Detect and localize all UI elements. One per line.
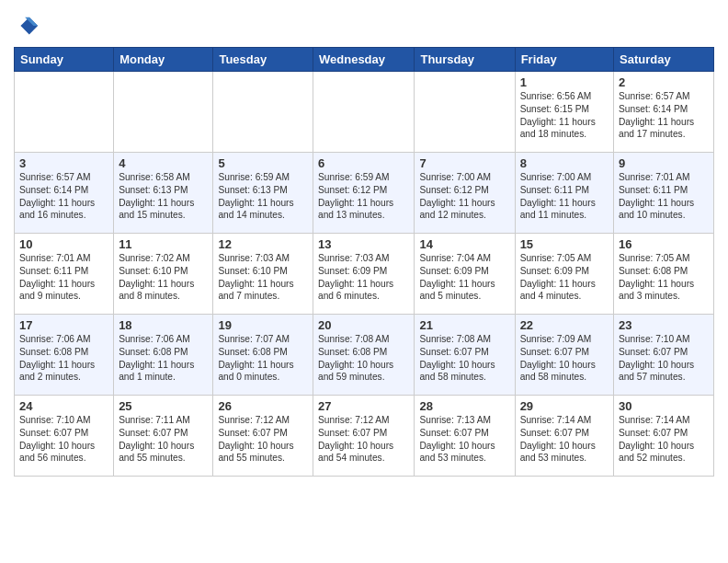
calendar-week-row: 3Sunrise: 6:57 AM Sunset: 6:14 PM Daylig… [15, 153, 714, 234]
day-info: Sunrise: 7:00 AM Sunset: 6:12 PM Dayligh… [419, 171, 509, 222]
calendar-cell: 7Sunrise: 7:00 AM Sunset: 6:12 PM Daylig… [415, 153, 515, 234]
day-info: Sunrise: 7:11 AM Sunset: 6:07 PM Dayligh… [119, 414, 208, 465]
day-info: Sunrise: 7:00 AM Sunset: 6:11 PM Dayligh… [520, 171, 609, 222]
calendar-day-header: Saturday [614, 48, 714, 72]
day-number: 18 [119, 318, 208, 332]
day-number: 6 [318, 156, 409, 170]
calendar-cell: 21Sunrise: 7:08 AM Sunset: 6:07 PM Dayli… [415, 315, 515, 396]
calendar-cell: 20Sunrise: 7:08 AM Sunset: 6:08 PM Dayli… [313, 315, 415, 396]
day-number: 17 [19, 318, 108, 332]
calendar-cell [15, 72, 114, 153]
calendar-cell [114, 72, 213, 153]
day-number: 23 [619, 318, 709, 332]
calendar-day-header: Monday [114, 48, 213, 72]
calendar-cell: 26Sunrise: 7:12 AM Sunset: 6:07 PM Dayli… [213, 396, 313, 477]
day-number: 30 [619, 399, 709, 413]
day-number: 16 [619, 237, 709, 251]
calendar-day-header: Wednesday [313, 48, 415, 72]
day-number: 9 [619, 156, 709, 170]
day-number: 27 [318, 399, 409, 413]
calendar-cell: 30Sunrise: 7:14 AM Sunset: 6:07 PM Dayli… [614, 396, 714, 477]
day-info: Sunrise: 7:02 AM Sunset: 6:10 PM Dayligh… [119, 252, 208, 303]
day-number: 12 [218, 237, 308, 251]
calendar-cell: 6Sunrise: 6:59 AM Sunset: 6:12 PM Daylig… [313, 153, 415, 234]
calendar-cell: 19Sunrise: 7:07 AM Sunset: 6:08 PM Dayli… [213, 315, 313, 396]
day-info: Sunrise: 7:06 AM Sunset: 6:08 PM Dayligh… [119, 333, 208, 384]
day-number: 25 [119, 399, 208, 413]
day-number: 3 [19, 156, 108, 170]
calendar-week-row: 24Sunrise: 7:10 AM Sunset: 6:07 PM Dayli… [15, 396, 714, 477]
day-number: 10 [19, 237, 108, 251]
day-number: 20 [318, 318, 409, 332]
day-info: Sunrise: 7:03 AM Sunset: 6:09 PM Dayligh… [318, 252, 409, 303]
day-info: Sunrise: 7:08 AM Sunset: 6:08 PM Dayligh… [318, 333, 409, 384]
day-number: 5 [218, 156, 308, 170]
calendar-cell: 23Sunrise: 7:10 AM Sunset: 6:07 PM Dayli… [614, 315, 714, 396]
calendar-day-header: Sunday [15, 48, 114, 72]
day-info: Sunrise: 6:56 AM Sunset: 6:15 PM Dayligh… [520, 90, 609, 141]
calendar-day-header: Thursday [415, 48, 515, 72]
day-info: Sunrise: 7:12 AM Sunset: 6:07 PM Dayligh… [318, 414, 409, 465]
calendar-week-row: 17Sunrise: 7:06 AM Sunset: 6:08 PM Dayli… [15, 315, 714, 396]
day-number: 2 [619, 75, 709, 89]
calendar-cell: 28Sunrise: 7:13 AM Sunset: 6:07 PM Dayli… [415, 396, 515, 477]
day-info: Sunrise: 7:01 AM Sunset: 6:11 PM Dayligh… [619, 171, 709, 222]
day-number: 19 [218, 318, 308, 332]
day-number: 13 [318, 237, 409, 251]
calendar-cell: 4Sunrise: 6:58 AM Sunset: 6:13 PM Daylig… [114, 153, 213, 234]
day-info: Sunrise: 7:03 AM Sunset: 6:10 PM Dayligh… [218, 252, 308, 303]
calendar-cell: 15Sunrise: 7:05 AM Sunset: 6:09 PM Dayli… [515, 234, 613, 315]
day-number: 22 [520, 318, 609, 332]
day-number: 29 [520, 399, 609, 413]
day-number: 11 [119, 237, 208, 251]
page: SundayMondayTuesdayWednesdayThursdayFrid… [0, 0, 728, 490]
calendar-cell [313, 72, 415, 153]
calendar-cell: 16Sunrise: 7:05 AM Sunset: 6:08 PM Dayli… [614, 234, 714, 315]
calendar-day-header: Friday [515, 48, 613, 72]
day-info: Sunrise: 7:10 AM Sunset: 6:07 PM Dayligh… [19, 414, 108, 465]
calendar-cell: 29Sunrise: 7:14 AM Sunset: 6:07 PM Dayli… [515, 396, 613, 477]
day-number: 28 [419, 399, 509, 413]
day-info: Sunrise: 7:12 AM Sunset: 6:07 PM Dayligh… [218, 414, 308, 465]
calendar-cell: 13Sunrise: 7:03 AM Sunset: 6:09 PM Dayli… [313, 234, 415, 315]
day-info: Sunrise: 7:13 AM Sunset: 6:07 PM Dayligh… [419, 414, 509, 465]
calendar-cell: 11Sunrise: 7:02 AM Sunset: 6:10 PM Dayli… [114, 234, 213, 315]
day-info: Sunrise: 7:06 AM Sunset: 6:08 PM Dayligh… [19, 333, 108, 384]
calendar-cell: 25Sunrise: 7:11 AM Sunset: 6:07 PM Dayli… [114, 396, 213, 477]
day-number: 26 [218, 399, 308, 413]
day-info: Sunrise: 7:04 AM Sunset: 6:09 PM Dayligh… [419, 252, 509, 303]
calendar-cell: 17Sunrise: 7:06 AM Sunset: 6:08 PM Dayli… [15, 315, 114, 396]
day-number: 15 [520, 237, 609, 251]
day-info: Sunrise: 6:59 AM Sunset: 6:12 PM Dayligh… [318, 171, 409, 222]
calendar-cell: 14Sunrise: 7:04 AM Sunset: 6:09 PM Dayli… [415, 234, 515, 315]
day-info: Sunrise: 7:14 AM Sunset: 6:07 PM Dayligh… [520, 414, 609, 465]
day-number: 1 [520, 75, 609, 89]
header [14, 9, 714, 40]
calendar: SundayMondayTuesdayWednesdayThursdayFrid… [14, 47, 714, 477]
day-number: 24 [19, 399, 108, 413]
day-info: Sunrise: 7:05 AM Sunset: 6:09 PM Dayligh… [520, 252, 609, 303]
day-info: Sunrise: 6:57 AM Sunset: 6:14 PM Dayligh… [19, 171, 108, 222]
day-number: 21 [419, 318, 509, 332]
logo [14, 14, 43, 40]
calendar-cell: 22Sunrise: 7:09 AM Sunset: 6:07 PM Dayli… [515, 315, 613, 396]
day-info: Sunrise: 6:58 AM Sunset: 6:13 PM Dayligh… [119, 171, 208, 222]
day-number: 8 [520, 156, 609, 170]
calendar-cell: 10Sunrise: 7:01 AM Sunset: 6:11 PM Dayli… [15, 234, 114, 315]
day-info: Sunrise: 7:05 AM Sunset: 6:08 PM Dayligh… [619, 252, 709, 303]
day-info: Sunrise: 7:09 AM Sunset: 6:07 PM Dayligh… [520, 333, 609, 384]
calendar-week-row: 10Sunrise: 7:01 AM Sunset: 6:11 PM Dayli… [15, 234, 714, 315]
day-number: 7 [419, 156, 509, 170]
calendar-cell: 27Sunrise: 7:12 AM Sunset: 6:07 PM Dayli… [313, 396, 415, 477]
calendar-cell: 3Sunrise: 6:57 AM Sunset: 6:14 PM Daylig… [15, 153, 114, 234]
logo-icon [14, 14, 40, 40]
calendar-cell: 24Sunrise: 7:10 AM Sunset: 6:07 PM Dayli… [15, 396, 114, 477]
day-info: Sunrise: 7:08 AM Sunset: 6:07 PM Dayligh… [419, 333, 509, 384]
calendar-cell: 2Sunrise: 6:57 AM Sunset: 6:14 PM Daylig… [614, 72, 714, 153]
calendar-day-header: Tuesday [213, 48, 313, 72]
calendar-week-row: 1Sunrise: 6:56 AM Sunset: 6:15 PM Daylig… [15, 72, 714, 153]
day-number: 14 [419, 237, 509, 251]
calendar-cell: 9Sunrise: 7:01 AM Sunset: 6:11 PM Daylig… [614, 153, 714, 234]
calendar-header-row: SundayMondayTuesdayWednesdayThursdayFrid… [15, 48, 714, 72]
calendar-cell: 5Sunrise: 6:59 AM Sunset: 6:13 PM Daylig… [213, 153, 313, 234]
